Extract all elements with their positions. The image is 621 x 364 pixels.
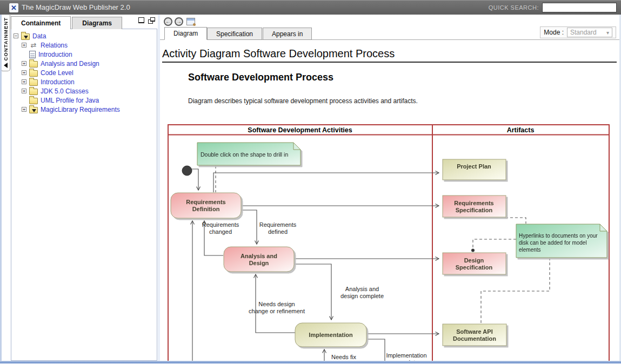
expander-minus-icon[interactable]: − — [14, 33, 18, 38]
tab-diagrams[interactable]: Diagrams — [72, 17, 122, 29]
anchor-dot — [471, 249, 475, 252]
tree-item-label[interactable]: MagicLibrary Requirements — [41, 106, 120, 113]
tab-appears-in[interactable]: Appears in — [263, 28, 312, 40]
note-hyperlinks: Hyperlinks to documents on your disk can… — [516, 224, 607, 258]
tree-item-uml-profile[interactable]: + UML Profile for Java — [11, 96, 157, 105]
artifact-software-api-documentation[interactable]: Software API Documentation — [443, 324, 506, 346]
containment-collapse-tab[interactable]: CONTAINMENT — [1, 15, 10, 71]
artifact-label: Design — [464, 257, 484, 264]
folder-icon — [29, 61, 38, 68]
relations-icon: ⇄ — [29, 42, 38, 49]
expander-plus-icon[interactable]: + — [22, 107, 26, 112]
tree-item-analysis-and-design[interactable]: + Analysis and Design — [11, 59, 157, 68]
tab-diagram-label: Diagram — [173, 30, 198, 37]
collapse-panel-icon[interactable] — [138, 17, 144, 23]
artifact-label: Specification — [456, 264, 493, 271]
expander-plus-icon[interactable]: + — [22, 70, 26, 75]
tab-containment[interactable]: Containment — [11, 16, 71, 29]
activity-analysis-and-design[interactable]: Analysis and Design — [224, 247, 294, 272]
tab-diagrams-label: Diagrams — [82, 19, 112, 27]
edge-label: change or refinement — [249, 308, 305, 314]
tree-item-label[interactable]: Introduction — [38, 51, 72, 58]
expander-plus-icon[interactable]: + — [22, 61, 26, 66]
sidebar-tabs: Containment Diagrams — [11, 16, 123, 29]
diagram-heading: Software Development Process — [188, 72, 333, 83]
mode-group: Mode : Standard — [540, 26, 616, 38]
tree-item-label[interactable]: Relations — [41, 42, 68, 49]
float-panel-icon[interactable] — [148, 17, 155, 24]
note-text: Hyperlinks to documents on your — [519, 233, 598, 239]
tab-specification-label: Specification — [216, 30, 253, 38]
panel-separator[interactable] — [158, 15, 160, 364]
package-icon — [29, 107, 38, 113]
tree-item-jdk-classes[interactable]: + JDK 5.0 Classes — [11, 86, 157, 96]
app-title: The MagicDraw Web Publisher 2.0 — [22, 3, 130, 11]
activity-label: Requirements — [186, 199, 225, 205]
mode-select[interactable]: Standard — [567, 28, 612, 37]
magicdraw-web-publisher-window: ✕ The MagicDraw Web Publisher 2.0 QUICK … — [0, 0, 621, 364]
edge-label: Needs design — [258, 301, 295, 307]
tree-item-label[interactable]: Analysis and Design — [41, 60, 99, 68]
folder-icon — [29, 98, 38, 104]
diagram-description: Diagram describes typical software devel… — [188, 97, 418, 105]
tree-item-label[interactable]: Introduction — [41, 78, 75, 86]
tree-item-relations[interactable]: + ⇄ Relations — [11, 41, 157, 50]
page-title: Activity Diagram Software Development Pr… — [162, 48, 395, 60]
edge-label: changed — [209, 228, 232, 235]
specification-window-icon[interactable] — [186, 18, 195, 25]
expander-plus-icon[interactable]: + — [22, 43, 26, 48]
activity-implementation[interactable]: Implementation — [295, 323, 366, 347]
tab-containment-label: Containment — [21, 19, 61, 27]
tree-item-label[interactable]: UML Profile for Java — [41, 97, 99, 104]
expander-plus-icon[interactable]: + — [22, 79, 26, 84]
tree-item-data[interactable]: − Data — [11, 31, 157, 41]
magicdraw-logo-icon: ✕ — [9, 3, 18, 12]
package-icon — [21, 33, 30, 40]
forward-icon[interactable] — [175, 17, 183, 26]
activity-requirements-definition[interactable]: Requirements Definition — [171, 193, 241, 218]
edge-label: design complete — [340, 293, 384, 299]
artifact-label: Project Plan — [457, 163, 491, 170]
quick-search-label: QUICK SEARCH: — [489, 4, 539, 11]
folder-icon — [29, 70, 38, 77]
initial-node — [182, 166, 192, 176]
note-text: Double click on the shape to drill in — [201, 151, 288, 158]
tree-item-label[interactable]: Code Level — [41, 69, 74, 77]
folder-icon — [29, 89, 38, 95]
title-rule — [162, 62, 617, 63]
tree-item-introduction-folder[interactable]: + Introduction — [11, 77, 157, 86]
edge-label: Analysis and — [345, 286, 379, 292]
activity-label: Definition — [192, 206, 220, 212]
note-drill-in: Double click on the shape to drill in — [197, 143, 301, 165]
artifact-design-specification[interactable]: Design Specification — [443, 253, 506, 274]
mode-label: Mode : — [544, 29, 564, 36]
artifact-label: Specification — [456, 207, 493, 213]
note-text: disk can be added for model — [519, 240, 587, 246]
lane-header-artifacts: Artifacts — [507, 126, 535, 134]
tree-item-label[interactable]: JDK 5.0 Classes — [41, 87, 89, 95]
tab-diagram[interactable]: Diagram — [164, 27, 207, 40]
sidebar-panel-controls — [138, 17, 155, 24]
tab-specification[interactable]: Specification — [207, 28, 262, 40]
folder-icon — [29, 79, 38, 86]
expander-plus-icon[interactable]: + — [22, 89, 26, 93]
activity-label: Analysis and — [241, 253, 277, 259]
artifact-label: Requirements — [454, 200, 493, 206]
lane-header-activities: Software Development Activities — [248, 126, 352, 134]
content-toolbar — [164, 17, 195, 26]
artifact-requirements-specification[interactable]: Requirements Specification — [443, 196, 506, 217]
tree-item-label[interactable]: Data — [32, 32, 46, 40]
content-tabs: Diagram Specification Appears in Mode : … — [160, 27, 619, 40]
tree-item-magiclibrary-requirements[interactable]: + MagicLibrary Requirements — [11, 105, 157, 114]
tree-item-code-level[interactable]: + Code Level — [11, 68, 157, 77]
artifact-project-plan[interactable]: Project Plan — [443, 159, 506, 180]
tab-appears-in-label: Appears in — [272, 30, 303, 38]
titlebar: ✕ The MagicDraw Web Publisher 2.0 QUICK … — [0, 0, 621, 15]
quick-search-input[interactable] — [542, 3, 617, 12]
activity-diagram-svg: Software Development Activities Artifact… — [160, 121, 621, 364]
tree-item-introduction-doc[interactable]: + Introduction — [11, 50, 157, 59]
back-icon[interactable] — [164, 17, 172, 26]
edge-label: defined — [268, 228, 288, 235]
document-icon — [29, 51, 36, 58]
window-border-bottom — [0, 361, 621, 364]
